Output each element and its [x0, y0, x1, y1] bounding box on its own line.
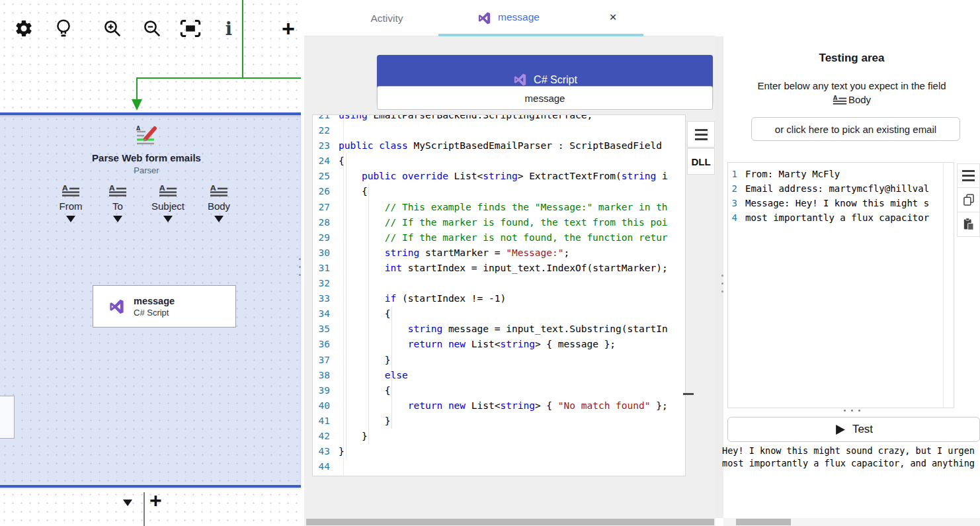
- text-field-icon: [833, 95, 847, 105]
- code-line-25: 25 public override List<string> ExtractT…: [313, 169, 685, 184]
- test-input-line-3: 3Message: Hey! I know this might s: [728, 196, 954, 210]
- close-tab-icon[interactable]: ×: [605, 9, 621, 25]
- info-icon[interactable]: i: [214, 14, 243, 43]
- field-label: Body: [208, 200, 230, 212]
- field-chevron-down-icon[interactable]: [163, 216, 173, 222]
- code-line-29: 29 // If the marker is not found, the fu…: [313, 230, 685, 245]
- test-results: Hey! I know this might sound crazy, but …: [722, 445, 980, 470]
- editor-hscrollbar[interactable]: [306, 518, 715, 526]
- tab-bar: Activity message ×: [304, 0, 715, 36]
- test-editor-resize-handle[interactable]: [723, 410, 980, 412]
- fit-to-screen-icon[interactable]: [176, 14, 205, 43]
- field-label: Subject: [151, 200, 184, 212]
- code-line-30: 30 string startMarker = "Message:";: [313, 245, 685, 261]
- code-lines: 21using EmailParserBackend.ScriptingInte…: [313, 114, 685, 474]
- settings-icon[interactable]: [9, 14, 38, 43]
- field-label: From: [60, 200, 83, 212]
- zoom-out-icon[interactable]: [138, 14, 167, 43]
- text-field-icon: [108, 184, 127, 197]
- code-line-31: 31 int startIndex = input_text.IndexOf(s…: [313, 261, 685, 276]
- zoom-in-icon[interactable]: [98, 14, 127, 43]
- code-line-39: 39 {: [313, 383, 685, 398]
- test-result-line: most importantly a flux capacitor, and a…: [722, 457, 980, 470]
- collapse-chevron-icon[interactable]: [123, 500, 132, 506]
- code-line-32: 32: [313, 276, 685, 291]
- canvas-bottom-divider: [143, 492, 145, 526]
- test-result-line: Hey! I know this might sound crazy, but …: [722, 445, 980, 457]
- code-line-21: 21using EmailParserBackend.ScriptingInte…: [313, 114, 685, 123]
- code-line-33: 33 if (startIndex != -1): [313, 291, 685, 306]
- code-line-36: 36 return new List<string> { message };: [313, 337, 685, 352]
- field-label: To: [112, 200, 123, 212]
- tab-message[interactable]: message ×: [438, 0, 643, 36]
- code-line-23: 23public class MyScriptBasedEmailParser …: [313, 138, 685, 153]
- field-name-input[interactable]: message: [377, 86, 713, 110]
- code-line-26: 26 {: [313, 184, 685, 199]
- code-line-27: 27 // This example finds the "Message:" …: [313, 200, 685, 215]
- left-panel-resize-handle[interactable]: [299, 258, 301, 276]
- message-node-subtitle: C# Script: [134, 308, 175, 318]
- parser-field-subject[interactable]: Subject: [145, 184, 191, 222]
- email-parser-app: i + A Parse Web form emails Parser FromT…: [0, 0, 980, 526]
- offscreen-node[interactable]: [0, 396, 15, 439]
- script-editor-panel: Activity message × C# Script message 21u…: [304, 0, 715, 526]
- csharp-script-label: C# Script: [534, 74, 577, 86]
- paste-button[interactable]: [957, 212, 980, 237]
- code-line-37: 37 }: [313, 353, 685, 368]
- copy-icon: [962, 193, 975, 206]
- test-button[interactable]: Test: [727, 417, 980, 442]
- code-editor[interactable]: 21using EmailParserBackend.ScriptingInte…: [312, 114, 686, 476]
- parser-title: Parse Web form emails: [0, 152, 301, 163]
- field-chevron-down-icon[interactable]: [113, 216, 122, 222]
- message-node-title: message: [134, 296, 175, 306]
- text-field-icon: [61, 184, 80, 197]
- code-line-28: 28 // If the marker is found, the text f…: [313, 215, 685, 230]
- hamburger-icon: [695, 129, 708, 140]
- test-input-line-2: 2Email address: martymcfly@hillval: [728, 181, 954, 196]
- active-tab-indicator: [438, 34, 643, 36]
- test-input-lines: 1From: Marty McFly2Email address: martym…: [728, 163, 954, 225]
- testing-area-panel: Testing area Enter below any text you ex…: [723, 36, 980, 518]
- field-name-label: Body: [848, 94, 871, 105]
- tab-activity[interactable]: Activity: [347, 0, 427, 36]
- results-hscrollbar-thumb[interactable]: [736, 519, 791, 525]
- copy-button[interactable]: [957, 188, 980, 212]
- test-input-line-4: 4most importantly a flux capacitor: [728, 210, 954, 225]
- field-chevron-down-icon[interactable]: [214, 216, 224, 222]
- tab-message-label: message: [498, 11, 540, 23]
- code-line-40: 40 return new List<string> { "No match f…: [313, 398, 685, 414]
- hamburger-icon: [962, 170, 975, 181]
- results-hscrollbar[interactable]: [723, 518, 980, 526]
- field-chevron-down-icon[interactable]: [66, 216, 75, 222]
- add-node-icon[interactable]: +: [274, 14, 303, 43]
- lightbulb-icon[interactable]: [49, 14, 78, 43]
- paste-icon: [962, 218, 975, 231]
- visual-studio-icon: [108, 298, 126, 316]
- dll-button[interactable]: DLL: [687, 148, 715, 175]
- test-input-editor[interactable]: 1From: Marty McFly2Email address: martym…: [727, 162, 954, 408]
- parser-field-from[interactable]: From: [48, 184, 94, 222]
- test-input-line-1: 1From: Marty McFly: [728, 167, 954, 181]
- parser-field-to[interactable]: To: [95, 184, 141, 222]
- code-line-34: 34 {: [313, 306, 685, 322]
- test-menu-button[interactable]: [957, 163, 980, 188]
- test-button-label: Test: [852, 423, 873, 436]
- editor-menu-button[interactable]: [687, 121, 715, 148]
- text-field-icon: [159, 184, 177, 197]
- pick-existing-email-button[interactable]: or click here to pick an existing email: [751, 117, 960, 141]
- text-field-icon: [210, 184, 228, 197]
- parser-fields: FromToSubjectBody: [0, 184, 301, 237]
- flow-canvas[interactable]: i + A Parse Web form emails Parser FromT…: [0, 0, 304, 526]
- add-step-button[interactable]: +: [149, 488, 162, 513]
- message-node[interactable]: message C# Script: [93, 285, 236, 328]
- canvas-toolbar: i +: [0, 12, 304, 45]
- play-icon: [835, 424, 846, 435]
- code-line-42: 42 }: [313, 429, 685, 444]
- parser-field-body[interactable]: Body: [196, 184, 242, 222]
- code-line-24: 24{: [313, 153, 685, 169]
- code-line-44: 44: [313, 459, 685, 474]
- code-line-35: 35 string message = input_text.Substring…: [313, 322, 685, 337]
- editor-hscrollbar-thumb[interactable]: [306, 519, 714, 525]
- parser-header: A Parse Web form emails Parser: [0, 126, 301, 175]
- testing-instruction: Enter below any text you expect in the f…: [723, 80, 980, 91]
